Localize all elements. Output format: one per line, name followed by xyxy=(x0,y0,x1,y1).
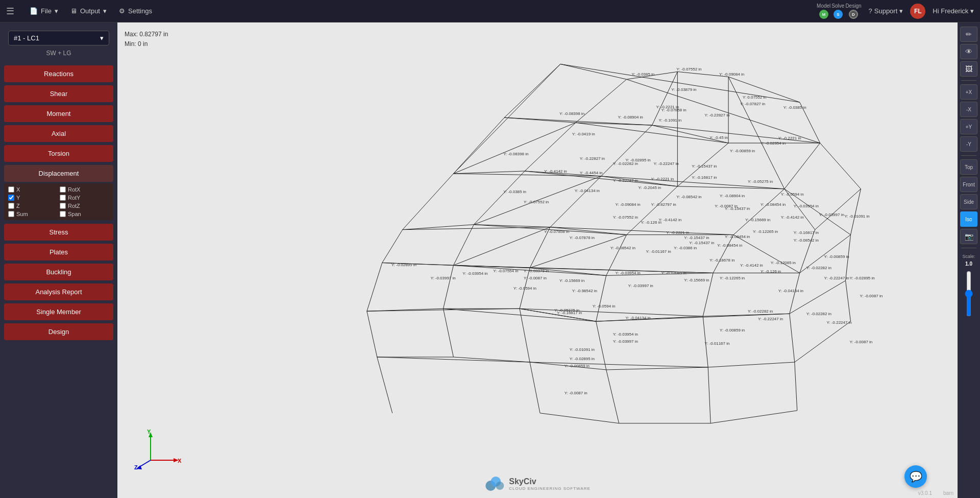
svg-text:Y: -0.08454 in: Y: -0.08454 in xyxy=(717,243,742,248)
svg-text:Y: -0.03379 in: Y: -0.03379 in xyxy=(524,269,549,273)
disp-span-checkbox[interactable] xyxy=(60,211,66,217)
disp-x-option[interactable]: X xyxy=(8,186,58,193)
svg-line-31 xyxy=(382,230,403,263)
scale-slider[interactable] xyxy=(964,271,974,317)
svg-text:Y: -0.03997 in: Y: -0.03997 in xyxy=(819,212,844,217)
file-menu[interactable]: 📄 File ▾ xyxy=(24,5,63,17)
camera-button[interactable]: 📷 xyxy=(960,229,977,244)
svg-text:Y: -0.2221 in: Y: -0.2221 in xyxy=(778,136,801,140)
disp-rotz-option[interactable]: RotZ xyxy=(60,203,109,209)
side-view-button[interactable]: Side xyxy=(960,194,977,209)
support-link[interactable]: ? Support ▾ xyxy=(869,7,903,15)
axes-indicator: Y X Z xyxy=(133,430,184,472)
svg-line-72 xyxy=(795,321,851,362)
disp-roty-option[interactable]: RotY xyxy=(60,195,109,201)
svg-text:Y: -0.15437 in: Y: -0.15437 in xyxy=(689,241,714,245)
scale-slider-container xyxy=(964,271,974,322)
disp-rotz-checkbox[interactable] xyxy=(60,203,66,209)
svg-text:Y: -0.00859 in: Y: -0.00859 in xyxy=(720,328,745,333)
question-icon: ? xyxy=(869,7,872,15)
minus-y-button[interactable]: -Y xyxy=(960,136,977,152)
shear-button[interactable]: Shear xyxy=(4,85,113,102)
settings-icon: ⚙ xyxy=(119,7,125,15)
solve-circle[interactable]: S xyxy=(834,10,843,19)
plates-button[interactable]: Plates xyxy=(4,244,113,260)
svg-text:Y: -0.0087 in: Y: -0.0087 in xyxy=(860,294,883,298)
svg-text:Y: -0.4142 in: Y: -0.4142 in xyxy=(781,215,804,220)
svg-line-63 xyxy=(596,321,606,370)
output-menu[interactable]: 🖥 Output ▾ xyxy=(65,5,112,17)
svg-text:Y: -0.03954 in: Y: -0.03954 in xyxy=(462,271,487,276)
skyciv-logo: SkyCiv CLOUD ENGINEERING SOFTWARE xyxy=(484,475,591,493)
user-name[interactable]: Hi Frederick ▾ xyxy=(933,7,974,15)
svg-line-40 xyxy=(851,189,861,235)
disp-x-checkbox[interactable] xyxy=(8,186,14,193)
plus-y-button[interactable]: +Y xyxy=(960,119,977,134)
view-button[interactable]: 👁 xyxy=(960,44,977,59)
top-view-button[interactable]: Top xyxy=(960,159,977,175)
model-circle[interactable]: M xyxy=(819,10,828,19)
displacement-button[interactable]: Displacement xyxy=(4,165,113,182)
svg-line-15 xyxy=(601,125,652,176)
svg-text:Y: -0.18678 in: Y: -0.18678 in xyxy=(709,258,734,263)
chat-bubble[interactable]: 💬 xyxy=(904,465,927,488)
disp-roty-checkbox[interactable] xyxy=(60,195,66,201)
disp-sum-checkbox[interactable] xyxy=(8,211,14,217)
svg-text:Y: -0.0385 in: Y: -0.0385 in xyxy=(503,189,526,194)
buckling-button[interactable]: Buckling xyxy=(4,264,113,280)
design-circle[interactable]: D xyxy=(849,10,858,19)
disp-rotx-option[interactable]: RotX xyxy=(60,186,109,193)
main-area: #1 - LC1 ▾ SW + LG Reactions Shear Momen… xyxy=(0,22,980,498)
svg-text:Y: -0.08904 in: Y: -0.08904 in xyxy=(720,194,745,198)
analysis-report-button[interactable]: Analysis Report xyxy=(4,283,113,300)
svg-line-13 xyxy=(453,117,504,174)
front-view-button[interactable]: Front xyxy=(960,177,977,192)
disp-y-option[interactable]: Y xyxy=(8,195,58,201)
svg-text:Y: -0.09084 in: Y: -0.09084 in xyxy=(719,72,744,77)
svg-line-47 xyxy=(367,263,382,311)
design-button[interactable]: Design xyxy=(4,323,113,340)
svg-text:Y: -0.4142 in: Y: -0.4142 in xyxy=(740,263,763,268)
svg-text:Y: -0.22247 in: Y: -0.22247 in xyxy=(758,317,783,321)
minus-x-button[interactable]: -X xyxy=(960,102,977,117)
svg-text:Y: -0.00859 in: Y: -0.00859 in xyxy=(565,364,590,368)
disp-sum-option[interactable]: Sum xyxy=(8,211,58,217)
disp-span-option[interactable]: Span xyxy=(60,211,109,217)
plus-x-button[interactable]: +X xyxy=(960,84,977,100)
svg-line-6 xyxy=(652,72,677,125)
svg-text:Y: -0.16817 in: Y: -0.16817 in xyxy=(557,311,582,315)
moment-button[interactable]: Moment xyxy=(4,105,113,122)
svg-line-62 xyxy=(520,309,530,362)
svg-text:Y: -0.15669 in: Y: -0.15669 in xyxy=(684,278,709,282)
disp-y-checkbox[interactable] xyxy=(8,195,14,201)
svg-line-32 xyxy=(453,225,474,266)
image-button[interactable]: 🖼 xyxy=(960,61,977,77)
menu-icon[interactable]: ☰ xyxy=(6,6,14,17)
load-case-name: SW + LG xyxy=(4,50,113,57)
disp-z-checkbox[interactable] xyxy=(8,203,14,209)
disp-z-option[interactable]: Z xyxy=(8,203,58,209)
pencil-button[interactable]: ✏ xyxy=(960,27,977,42)
svg-text:Y: -0.2221 in: Y: -0.2221 in xyxy=(651,177,674,181)
load-case-dropdown[interactable]: #1 - LC1 ▾ xyxy=(8,31,109,45)
disp-rotx-checkbox[interactable] xyxy=(60,186,66,193)
svg-text:Y: -0.12265 in: Y: -0.12265 in xyxy=(720,276,745,280)
axial-button[interactable]: Axial xyxy=(4,125,113,142)
stress-button[interactable]: Stress xyxy=(4,224,113,241)
user-avatar[interactable]: FL xyxy=(910,4,925,19)
svg-text:Y: -0.4454 in: Y: -0.4454 in xyxy=(580,171,603,175)
reactions-button[interactable]: Reactions xyxy=(4,65,113,82)
svg-text:Y: -0.0419 in: Y: -0.0419 in xyxy=(572,132,595,136)
torsion-button[interactable]: Torsion xyxy=(4,145,113,162)
svg-text:Y: -0.98542 in: Y: -0.98542 in xyxy=(572,289,597,293)
svg-text:Y: -0.16817 in: Y: -0.16817 in xyxy=(692,175,717,180)
settings-menu[interactable]: ⚙ Settings xyxy=(114,5,157,17)
single-member-button[interactable]: Single Member xyxy=(4,303,113,320)
toolbar-divider-3 xyxy=(961,248,976,248)
svg-line-38 xyxy=(815,189,861,230)
svg-text:Y: -0.09084 in: Y: -0.09084 in xyxy=(616,202,641,207)
svg-line-50 xyxy=(596,275,606,321)
svg-text:Y: -0.03954 in: Y: -0.03954 in xyxy=(616,271,641,275)
iso-view-button[interactable]: Iso xyxy=(960,211,977,227)
canvas-area[interactable]: Max: 0.82797 in Min: 0 in xyxy=(117,22,958,498)
